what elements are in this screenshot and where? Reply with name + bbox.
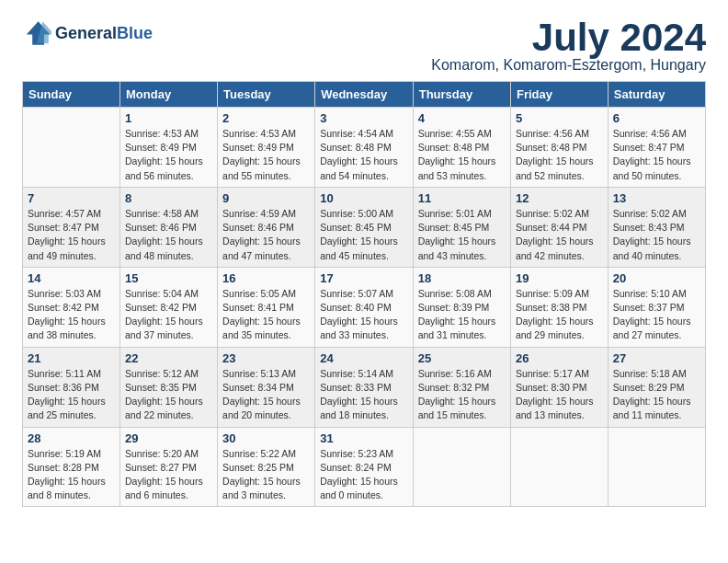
day-cell: 8Sunrise: 4:58 AM Sunset: 8:46 PM Daylig… bbox=[120, 187, 218, 267]
day-info: Sunrise: 5:05 AM Sunset: 8:41 PM Dayligh… bbox=[222, 287, 310, 343]
location-title: Komarom, Komarom-Esztergom, Hungary bbox=[431, 57, 706, 74]
day-number: 30 bbox=[222, 431, 310, 445]
day-info: Sunrise: 5:16 AM Sunset: 8:32 PM Dayligh… bbox=[418, 367, 506, 423]
day-info: Sunrise: 4:53 AM Sunset: 8:49 PM Dayligh… bbox=[125, 127, 212, 183]
day-cell: 10Sunrise: 5:00 AM Sunset: 8:45 PM Dayli… bbox=[315, 187, 414, 267]
day-cell: 17Sunrise: 5:07 AM Sunset: 8:40 PM Dayli… bbox=[315, 267, 414, 347]
title-block: July 2024 Komarom, Komarom-Esztergom, Hu… bbox=[431, 18, 706, 74]
day-cell: 30Sunrise: 5:22 AM Sunset: 8:25 PM Dayli… bbox=[218, 427, 315, 507]
day-number: 4 bbox=[418, 111, 506, 125]
day-cell: 5Sunrise: 4:56 AM Sunset: 8:48 PM Daylig… bbox=[510, 108, 608, 188]
day-cell bbox=[608, 427, 705, 507]
day-cell: 9Sunrise: 4:59 AM Sunset: 8:46 PM Daylig… bbox=[218, 187, 315, 267]
day-cell: 25Sunrise: 5:16 AM Sunset: 8:32 PM Dayli… bbox=[413, 347, 510, 427]
day-cell: 11Sunrise: 5:01 AM Sunset: 8:45 PM Dayli… bbox=[413, 187, 510, 267]
day-cell: 13Sunrise: 5:02 AM Sunset: 8:43 PM Dayli… bbox=[608, 187, 705, 267]
day-number: 12 bbox=[516, 191, 603, 205]
day-info: Sunrise: 5:02 AM Sunset: 8:44 PM Dayligh… bbox=[516, 207, 603, 263]
day-cell: 18Sunrise: 5:08 AM Sunset: 8:39 PM Dayli… bbox=[413, 267, 510, 347]
day-number: 17 bbox=[320, 271, 408, 285]
day-info: Sunrise: 5:20 AM Sunset: 8:27 PM Dayligh… bbox=[125, 447, 212, 503]
weekday-header-sunday: Sunday bbox=[23, 82, 120, 108]
day-number: 22 bbox=[125, 351, 212, 365]
logo: GeneralBlue bbox=[22, 18, 153, 48]
weekday-header-thursday: Thursday bbox=[413, 82, 510, 108]
day-number: 14 bbox=[28, 271, 115, 285]
day-info: Sunrise: 5:17 AM Sunset: 8:30 PM Dayligh… bbox=[516, 367, 603, 423]
day-cell bbox=[23, 108, 120, 188]
day-info: Sunrise: 5:00 AM Sunset: 8:45 PM Dayligh… bbox=[320, 207, 408, 263]
day-cell: 15Sunrise: 5:04 AM Sunset: 8:42 PM Dayli… bbox=[120, 267, 218, 347]
day-info: Sunrise: 4:57 AM Sunset: 8:47 PM Dayligh… bbox=[28, 207, 115, 263]
day-info: Sunrise: 5:14 AM Sunset: 8:33 PM Dayligh… bbox=[320, 367, 408, 423]
day-cell: 29Sunrise: 5:20 AM Sunset: 8:27 PM Dayli… bbox=[120, 427, 218, 507]
day-info: Sunrise: 4:59 AM Sunset: 8:46 PM Dayligh… bbox=[222, 207, 310, 263]
day-number: 16 bbox=[222, 271, 310, 285]
day-cell: 31Sunrise: 5:23 AM Sunset: 8:24 PM Dayli… bbox=[315, 427, 414, 507]
weekday-header-saturday: Saturday bbox=[608, 82, 705, 108]
day-number: 25 bbox=[418, 351, 506, 365]
day-cell: 19Sunrise: 5:09 AM Sunset: 8:38 PM Dayli… bbox=[510, 267, 608, 347]
logo-icon bbox=[22, 18, 51, 48]
day-info: Sunrise: 5:10 AM Sunset: 8:37 PM Dayligh… bbox=[613, 287, 700, 343]
month-title: July 2024 bbox=[431, 18, 706, 57]
day-number: 10 bbox=[320, 191, 408, 205]
day-number: 28 bbox=[28, 431, 115, 445]
day-info: Sunrise: 5:11 AM Sunset: 8:36 PM Dayligh… bbox=[28, 367, 115, 423]
day-info: Sunrise: 4:54 AM Sunset: 8:48 PM Dayligh… bbox=[320, 127, 408, 183]
week-row-5: 28Sunrise: 5:19 AM Sunset: 8:28 PM Dayli… bbox=[23, 427, 706, 507]
weekday-header-friday: Friday bbox=[510, 82, 608, 108]
day-cell: 2Sunrise: 4:53 AM Sunset: 8:49 PM Daylig… bbox=[218, 108, 315, 188]
day-number: 8 bbox=[125, 191, 212, 205]
day-info: Sunrise: 5:09 AM Sunset: 8:38 PM Dayligh… bbox=[516, 287, 603, 343]
day-info: Sunrise: 5:04 AM Sunset: 8:42 PM Dayligh… bbox=[125, 287, 212, 343]
day-info: Sunrise: 5:01 AM Sunset: 8:45 PM Dayligh… bbox=[418, 207, 506, 263]
day-cell: 7Sunrise: 4:57 AM Sunset: 8:47 PM Daylig… bbox=[23, 187, 120, 267]
day-number: 23 bbox=[222, 351, 310, 365]
day-info: Sunrise: 5:03 AM Sunset: 8:42 PM Dayligh… bbox=[28, 287, 115, 343]
day-number: 6 bbox=[613, 111, 700, 125]
day-info: Sunrise: 4:55 AM Sunset: 8:48 PM Dayligh… bbox=[418, 127, 506, 183]
day-number: 15 bbox=[125, 271, 212, 285]
day-cell: 22Sunrise: 5:12 AM Sunset: 8:35 PM Dayli… bbox=[120, 347, 218, 427]
week-row-1: 1Sunrise: 4:53 AM Sunset: 8:49 PM Daylig… bbox=[23, 108, 706, 188]
day-number: 1 bbox=[125, 111, 212, 125]
day-number: 3 bbox=[320, 111, 408, 125]
day-cell: 28Sunrise: 5:19 AM Sunset: 8:28 PM Dayli… bbox=[23, 427, 120, 507]
week-row-4: 21Sunrise: 5:11 AM Sunset: 8:36 PM Dayli… bbox=[23, 347, 706, 427]
day-number: 29 bbox=[125, 431, 212, 445]
logo-text: GeneralBlue bbox=[55, 24, 153, 43]
weekday-header-row: SundayMondayTuesdayWednesdayThursdayFrid… bbox=[23, 82, 706, 108]
day-info: Sunrise: 5:08 AM Sunset: 8:39 PM Dayligh… bbox=[418, 287, 506, 343]
weekday-header-tuesday: Tuesday bbox=[218, 82, 315, 108]
day-cell bbox=[413, 427, 510, 507]
day-info: Sunrise: 5:18 AM Sunset: 8:29 PM Dayligh… bbox=[613, 367, 700, 423]
day-cell: 24Sunrise: 5:14 AM Sunset: 8:33 PM Dayli… bbox=[315, 347, 414, 427]
day-info: Sunrise: 4:56 AM Sunset: 8:48 PM Dayligh… bbox=[516, 127, 603, 183]
day-cell: 12Sunrise: 5:02 AM Sunset: 8:44 PM Dayli… bbox=[510, 187, 608, 267]
day-number: 5 bbox=[516, 111, 603, 125]
day-number: 13 bbox=[613, 191, 700, 205]
day-info: Sunrise: 5:22 AM Sunset: 8:25 PM Dayligh… bbox=[222, 447, 310, 503]
day-number: 21 bbox=[28, 351, 115, 365]
day-cell: 1Sunrise: 4:53 AM Sunset: 8:49 PM Daylig… bbox=[120, 108, 218, 188]
day-number: 18 bbox=[418, 271, 506, 285]
day-info: Sunrise: 4:58 AM Sunset: 8:46 PM Dayligh… bbox=[125, 207, 212, 263]
day-cell: 16Sunrise: 5:05 AM Sunset: 8:41 PM Dayli… bbox=[218, 267, 315, 347]
day-cell: 27Sunrise: 5:18 AM Sunset: 8:29 PM Dayli… bbox=[608, 347, 705, 427]
day-cell: 6Sunrise: 4:56 AM Sunset: 8:47 PM Daylig… bbox=[608, 108, 705, 188]
day-info: Sunrise: 5:12 AM Sunset: 8:35 PM Dayligh… bbox=[125, 367, 212, 423]
weekday-header-monday: Monday bbox=[120, 82, 218, 108]
day-number: 2 bbox=[222, 111, 310, 125]
day-info: Sunrise: 4:53 AM Sunset: 8:49 PM Dayligh… bbox=[222, 127, 310, 183]
day-cell: 26Sunrise: 5:17 AM Sunset: 8:30 PM Dayli… bbox=[510, 347, 608, 427]
day-info: Sunrise: 5:02 AM Sunset: 8:43 PM Dayligh… bbox=[613, 207, 700, 263]
day-cell bbox=[510, 427, 608, 507]
week-row-2: 7Sunrise: 4:57 AM Sunset: 8:47 PM Daylig… bbox=[23, 187, 706, 267]
day-cell: 14Sunrise: 5:03 AM Sunset: 8:42 PM Dayli… bbox=[23, 267, 120, 347]
weekday-header-wednesday: Wednesday bbox=[315, 82, 414, 108]
calendar-table: SundayMondayTuesdayWednesdayThursdayFrid… bbox=[22, 81, 706, 507]
day-cell: 4Sunrise: 4:55 AM Sunset: 8:48 PM Daylig… bbox=[413, 108, 510, 188]
day-info: Sunrise: 5:19 AM Sunset: 8:28 PM Dayligh… bbox=[28, 447, 115, 503]
day-cell: 3Sunrise: 4:54 AM Sunset: 8:48 PM Daylig… bbox=[315, 108, 414, 188]
